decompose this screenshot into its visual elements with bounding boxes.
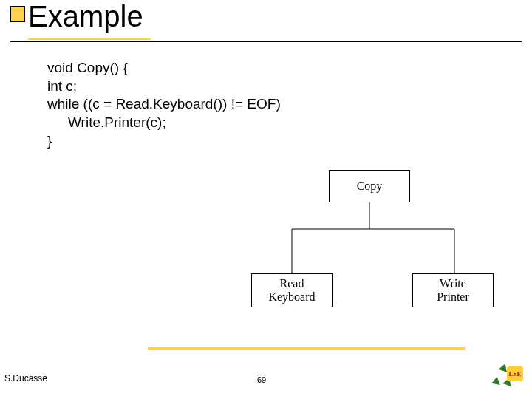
diagram-box-left-l2: Keyboard [268,290,315,304]
lse-badge: LSE [507,366,523,381]
code-block: void Copy() { int c; while ((c = Read.Ke… [47,59,281,150]
slide-container: Example void Copy() { int c; while ((c =… [0,0,532,399]
diagram-box-right-content: Write Printer [437,277,469,303]
code-line-1: void Copy() { [47,59,281,78]
footer-logo: LSE [491,362,523,392]
code-line-4: Write.Printer(c); [47,114,281,132]
diagram-box-right-l2: Printer [437,290,469,304]
lse-badge-text: LSE [508,370,521,378]
diagram-box-copy-label: Copy [357,180,383,193]
footer-author: S.Ducasse [4,373,47,383]
diagram-container: Copy Read Keyboard Write Printer [214,163,525,332]
diagram-box-write-printer: Write Printer [412,273,494,307]
title-underline-accent [28,38,151,40]
diagram-box-left-content: Read Keyboard [268,277,315,303]
title-underline [10,41,522,42]
slide-title: Example [28,0,143,33]
code-line-2: int c; [47,78,281,96]
diagram-box-right-l1: Write [437,277,469,290]
footer-page-number: 69 [257,375,266,384]
bottom-accent-bar [148,347,466,350]
diagram-box-left-l1: Read [268,277,315,290]
diagram-box-copy: Copy [329,170,410,202]
code-line-3: while ((c = Read.Keyboard()) != EOF) [47,95,281,114]
diagram-box-read-keyboard: Read Keyboard [251,273,332,307]
title-accent-box [10,6,25,22]
code-line-5: } [47,132,281,151]
arrow-icon [490,377,500,388]
